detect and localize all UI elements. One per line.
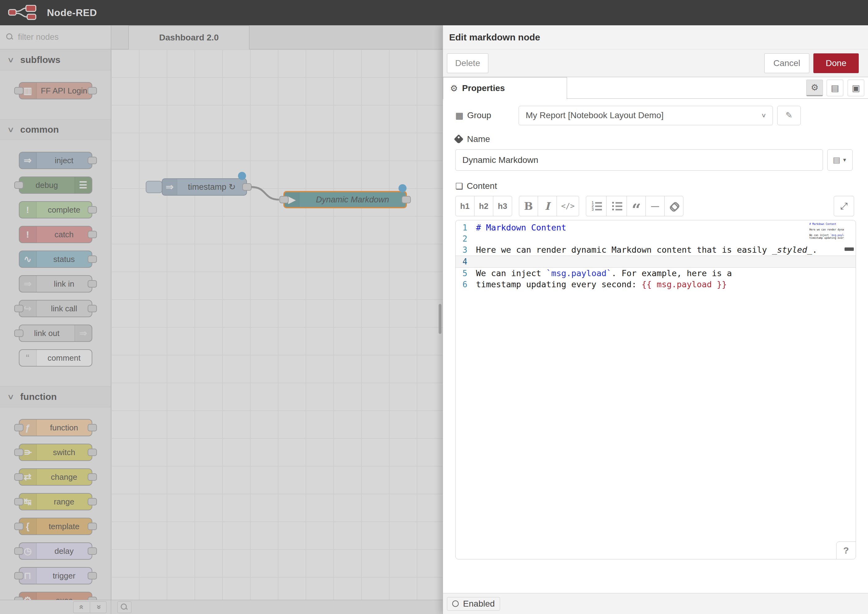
node-changed-indicator [238,172,246,180]
palette-node-comment[interactable]: “comment [19,349,92,367]
palette-node-range[interactable]: ↹range [19,493,92,510]
node-port[interactable] [88,231,97,238]
node-port[interactable] [14,547,23,555]
palette-node-trigger[interactable]: ⊓trigger [19,567,92,585]
node-input-port[interactable] [279,196,289,203]
inject-trigger-button[interactable] [146,181,162,193]
md-italic-button[interactable]: I [538,196,557,216]
node-port[interactable] [88,280,97,288]
node-port[interactable] [88,157,97,164]
node-port[interactable] [88,597,97,600]
code-lines[interactable]: 1# Markdown Content23Here we can render … [456,222,856,290]
canvas-vertical-scrollbar[interactable] [439,304,441,334]
palette-node-link-out[interactable]: ⇒link out [19,325,92,342]
code-line-6[interactable]: 6timestamp updating every second: {{ msg… [456,279,856,290]
md-unordered-list-button[interactable] [606,196,627,216]
node-port[interactable] [88,449,97,456]
md-horizontal-rule-button[interactable]: — [646,196,665,216]
tab-dashboard-2.0[interactable]: Dashboard 2.0 [129,26,249,50]
delete-button[interactable]: Delete [447,53,488,73]
properties-tab-button[interactable]: ⚙ [806,80,823,96]
md-h3-button[interactable]: h3 [493,196,512,216]
node-port[interactable] [14,424,23,431]
expand-categories-button[interactable]: « [90,602,107,613]
flow-node-timestamp[interactable]: ⇒ timestamp ↻ [162,178,247,195]
palette-node-catch[interactable]: !catch [19,226,92,243]
node-port[interactable] [14,330,23,337]
edit-group-button[interactable]: ✎ [777,106,801,125]
code-line-4[interactable]: 4 [456,256,856,268]
node-port[interactable] [14,449,23,456]
flow-canvas[interactable]: Dashboard 2.0 ⇒ timestamp ↻ ▶ Dynamic Ma… [111,25,443,600]
md-bold-button[interactable]: B [519,196,538,216]
md-link-button[interactable] [664,196,683,216]
md-quote-button[interactable]: “ [627,196,646,216]
collapse-categories-button[interactable]: « [73,602,90,613]
tray-toolbar: Delete Cancel Done [443,50,868,77]
palette-node-template[interactable]: {template [19,518,92,535]
node-port[interactable] [88,424,97,431]
expand-editor-button[interactable]: ⤢ [834,196,854,216]
cancel-button[interactable]: Cancel [764,53,809,73]
code-line-2[interactable]: 2 [456,233,856,244]
node-port[interactable] [88,572,97,580]
md-code-button[interactable]: </> [557,196,579,216]
node-port[interactable] [88,305,97,312]
palette-node-exec[interactable]: ⚙exec [19,592,92,600]
enabled-toggle-button[interactable]: Enabled [447,597,500,611]
md-ordered-list-button[interactable]: 123 [586,196,607,216]
node-port[interactable] [14,572,23,580]
markdown-editor[interactable]: 1# Markdown Content23Here we can render … [455,220,856,560]
complete-icon: ! [19,202,37,218]
node-port[interactable] [14,181,23,189]
node-port[interactable] [88,87,97,95]
tab-properties[interactable]: ⚙ Properties [443,77,567,99]
code-line-3[interactable]: 3Here we can render dynamic Markdown con… [456,244,856,256]
category-header-common[interactable]: ∨common [0,119,111,140]
label-options-button[interactable]: ▤▼ [827,149,852,171]
name-input[interactable] [455,149,823,171]
done-button[interactable]: Done [814,53,859,73]
zoom-button[interactable] [117,602,132,613]
node-output-port[interactable] [402,196,411,203]
node-port[interactable] [88,498,97,505]
group-select[interactable]: My Report [Notebook Layout Demo] ∨ [519,106,773,125]
node-port[interactable] [88,523,97,530]
description-tab-button[interactable]: ▤ [827,80,843,96]
appearance-tab-button[interactable]: ▣ [848,80,864,96]
node-output-port[interactable] [242,183,252,191]
md-h2-button[interactable]: h2 [474,196,493,216]
md-h1-button[interactable]: h1 [455,196,474,216]
palette-node-function[interactable]: ƒfunction [19,419,92,436]
palette-node-switch[interactable]: ⋔switch [19,444,92,461]
canvas-grid[interactable]: ⇒ timestamp ↻ ▶ Dynamic Markdown [111,50,443,600]
palette-node-link-call[interactable]: ↪link call [19,300,92,317]
node-port[interactable] [14,87,23,95]
palette-search[interactable] [0,25,111,50]
palette-node-status[interactable]: ∿status [19,251,92,268]
palette-node-link-in[interactable]: ⇒link in [19,275,92,293]
palette-node-complete[interactable]: !complete [19,201,92,219]
node-port[interactable] [14,305,23,312]
node-port[interactable] [88,473,97,481]
code-line-1[interactable]: 1# Markdown Content [456,222,856,233]
palette-node-change[interactable]: ⇄change [19,468,92,486]
flow-node-dynamic-markdown[interactable]: ▶ Dynamic Markdown [283,191,407,208]
code-line-5[interactable]: 5We can inject `msg.payload`. For exampl… [456,268,856,279]
node-port[interactable] [14,597,23,600]
node-port[interactable] [88,256,97,263]
palette-node-inject[interactable]: ⇒inject [19,152,92,169]
node-port[interactable] [14,498,23,505]
editor-help-button[interactable]: ? [836,541,856,560]
wire[interactable] [111,50,443,600]
node-port[interactable] [88,547,97,555]
category-header-subflows[interactable]: ∨subflows [0,50,111,70]
category-header-function[interactable]: ∨function [0,386,111,407]
node-port[interactable] [14,473,23,481]
node-port[interactable] [14,523,23,530]
palette-node-FF-API-Login[interactable]: ▥FF API Login [19,82,92,99]
filter-nodes-input[interactable] [18,33,95,42]
palette-node-delay[interactable]: ◷delay [19,543,92,560]
node-port[interactable] [88,206,97,214]
palette-node-debug[interactable]: ☰debug [19,177,92,194]
